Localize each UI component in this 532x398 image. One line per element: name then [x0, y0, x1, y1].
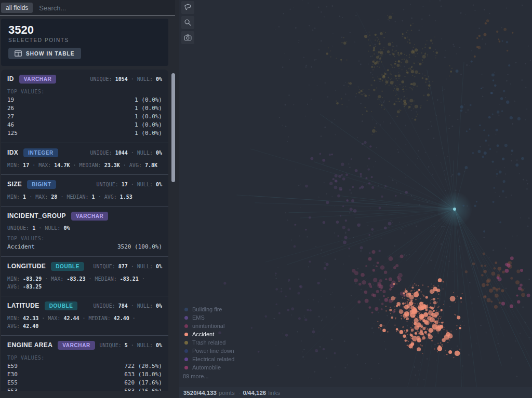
field-name: IDX — [7, 149, 18, 156]
top-value-count: 1 (0.0%) — [135, 121, 162, 129]
stat-pair: MAX: 42.44 — [48, 314, 79, 322]
lasso-select-button[interactable] — [181, 1, 194, 14]
top-value-row[interactable]: E59722 (20.5%) — [7, 362, 162, 370]
top-value-row[interactable]: 261 (0.0%) — [7, 104, 162, 113]
stat-pair: UNIQUE: 17 — [97, 182, 128, 187]
top-value-row[interactable]: E55620 (17.6%) — [7, 379, 162, 387]
stat-pair: NULL: 0% — [137, 303, 162, 309]
field-section-idx: IDXINTEGERUNIQUE: 1044 · NULL: 0%MIN: 17… — [1, 143, 168, 175]
top-value-row[interactable]: 191 (0.0%) — [7, 96, 162, 104]
field-header: ENGINE AREAVARCHARUNIQUE: 5 · NULL: 0% — [7, 340, 162, 350]
field-name: ENGINE AREA — [7, 341, 52, 349]
status-bar: 3520/44,133 points · 0/44,126 links — [179, 387, 532, 398]
field-type-badge: INTEGER — [23, 148, 58, 157]
legend-item-accident[interactable]: Accident — [183, 330, 234, 338]
field-unique-null-stats: UNIQUE: 784 · NULL: 0% — [94, 303, 162, 309]
field-minmax-stats: MIN: 42.33 · MAX: 42.44 · MEDIAN: 42.40 … — [7, 314, 162, 330]
stat-pair: MEDIAN: 42.40 — [89, 314, 129, 322]
stat-pair: UNIQUE: 784 — [94, 303, 128, 309]
top-value-name: Accident — [7, 243, 35, 251]
legend-color-dot — [184, 316, 188, 320]
field-unique-null-stats: UNIQUE: 1 · NULL: 0% — [7, 225, 162, 231]
field-unique-null-stats: UNIQUE: 1044 · NULL: 0% — [90, 150, 163, 156]
legend-item-trash-related[interactable]: Trash related — [183, 338, 234, 347]
points-label: points — [219, 390, 235, 396]
links-label: links — [268, 390, 280, 396]
field-section-size: SIZEBIGINTUNIQUE: 17 · NULL: 0%MIN: 1 · … — [1, 175, 168, 207]
top-value-name: E55 — [7, 379, 18, 387]
stat-pair: NULL: 0% — [137, 150, 162, 156]
stat-pair: UNIQUE: 1 — [7, 225, 35, 231]
field-minmax-stats: MIN: -83.29 · MAX: -83.23 · MEDIAN: -83.… — [7, 275, 162, 291]
legend-item-building-fire[interactable]: Building fire — [183, 305, 234, 313]
field-header: IDVARCHARUNIQUE: 1054 · NULL: 0% — [7, 74, 162, 84]
top-value-row[interactable]: 1251 (0.0%) — [7, 129, 162, 138]
stat-pair: MIN: 17 — [7, 161, 29, 169]
screenshot-button[interactable] — [181, 31, 194, 44]
show-in-table-label: SHOW IN TABLE — [26, 51, 75, 57]
stat-pair: MAX: 14.7K — [38, 161, 70, 169]
top-value-row[interactable]: E53583 (16.6%) — [7, 387, 162, 391]
legend-color-dot — [184, 324, 188, 328]
top-value-row[interactable]: Accident3520 (100.0%) — [7, 243, 162, 251]
top-value-row[interactable]: 271 (0.0%) — [7, 113, 162, 121]
links-count: 0/44,126 — [243, 390, 266, 396]
stat-pair: UNIQUE: 877 — [94, 264, 128, 269]
top-value-name: E53 — [7, 387, 18, 391]
field-header: IDXINTEGERUNIQUE: 1044 · NULL: 0% — [7, 147, 162, 158]
legend-item-unintentional[interactable]: unintentional — [183, 322, 234, 330]
top-value-name: 26 — [7, 104, 14, 113]
legend-more-link[interactable]: 89 more... — [183, 373, 234, 379]
top-value-count: 620 (17.6%) — [124, 379, 162, 387]
selected-points-count: 3520 — [8, 24, 161, 36]
scrollbar-thumb[interactable] — [171, 73, 175, 182]
camera-icon — [183, 33, 192, 42]
legend-label: Trash related — [192, 339, 225, 346]
color-legend: Building fireEMSunintentionalAccidentTra… — [183, 305, 234, 379]
top-values-label: TOP VALUES: — [7, 88, 162, 96]
field-type-badge: DOUBLE — [45, 301, 78, 310]
legend-label: EMS — [192, 314, 205, 321]
legend-item-automobile[interactable]: Automobile — [183, 363, 234, 372]
legend-label: Electrical related — [192, 356, 234, 362]
top-value-row[interactable]: E30633 (18.0%) — [7, 370, 162, 379]
legend-item-ems[interactable]: EMS — [183, 313, 234, 322]
field-section-latitude: LATITUDEDOUBLEUNIQUE: 784 · NULL: 0%MIN:… — [1, 296, 168, 336]
field-unique-null-stats: UNIQUE: 1054 · NULL: 0% — [90, 76, 163, 82]
canvas-toolbar — [181, 1, 194, 44]
field-section-incident-group: INCIDENT_GROUPVARCHARUNIQUE: 1 · NULL: 0… — [1, 207, 168, 257]
field-name: INCIDENT_GROUP — [7, 212, 66, 219]
field-type-badge: VARCHAR — [19, 75, 56, 84]
legend-color-dot — [184, 358, 188, 361]
top-value-name: E59 — [7, 362, 18, 370]
legend-color-dot — [184, 333, 188, 336]
legend-item-power-line-down[interactable]: Power line down — [183, 347, 234, 355]
search-input[interactable] — [38, 4, 165, 12]
stat-pair: UNIQUE: 5 — [100, 342, 128, 348]
status-separator: · — [239, 390, 241, 396]
field-name: LATITUDE — [7, 302, 39, 309]
legend-color-dot — [184, 366, 188, 369]
sidebar-scrollbar[interactable] — [171, 71, 175, 391]
app-root: all fields 3520 SELECTED POINTS SHOW IN … — [0, 0, 532, 398]
zoom-search-button[interactable] — [181, 16, 194, 29]
points-count: 3520/44,133 — [183, 390, 217, 396]
field-header: SIZEBIGINTUNIQUE: 17 · NULL: 0% — [7, 179, 162, 189]
show-in-table-button[interactable]: SHOW IN TABLE — [8, 48, 81, 59]
top-value-row[interactable]: 461 (0.0%) — [7, 121, 162, 129]
field-scope-chip[interactable]: all fields — [1, 3, 33, 13]
legend-item-electrical-related[interactable]: Electrical related — [183, 355, 234, 363]
field-minmax-stats: MIN: 1 · MAX: 28 · MEDIAN: 1 · AVG: 1.53 — [7, 193, 162, 201]
field-section-longitude: LONGITUDEDOUBLEUNIQUE: 877 · NULL: 0%MIN… — [1, 257, 168, 296]
top-value-name: 46 — [7, 121, 14, 129]
legend-label: Automobile — [192, 364, 221, 370]
top-value-count: 1 (0.0%) — [135, 129, 162, 138]
field-header: INCIDENT_GROUPVARCHAR — [7, 211, 162, 221]
field-header: LONGITUDEDOUBLEUNIQUE: 877 · NULL: 0% — [7, 261, 162, 271]
field-type-badge: BIGINT — [27, 180, 56, 189]
field-name: SIZE — [7, 181, 22, 188]
field-name: ID — [7, 75, 14, 83]
stat-pair: MAX: 28 — [35, 193, 57, 201]
stat-pair: NULL: 0% — [137, 342, 162, 348]
stat-pair: MEDIAN: -83.21 — [95, 275, 139, 283]
